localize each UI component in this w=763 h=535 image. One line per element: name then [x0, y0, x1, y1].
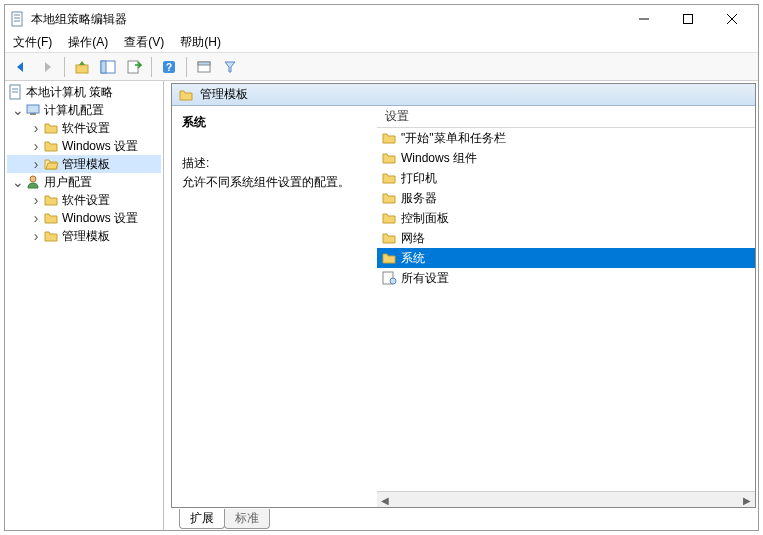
expand-icon[interactable]: ›: [29, 139, 43, 153]
tree-label: 用户配置: [44, 174, 92, 191]
folder-icon: [178, 87, 194, 103]
view-tabs: 扩展 标准: [169, 509, 758, 530]
tree-label: 计算机配置: [44, 102, 104, 119]
filter-button[interactable]: [218, 55, 242, 79]
tree-pane[interactable]: 本地计算机 策略 ⌄ 计算机配置 › 软件设置 › Windows 设置 › 管…: [5, 81, 164, 530]
forward-button[interactable]: [35, 55, 59, 79]
menu-file[interactable]: 文件(F): [11, 34, 54, 51]
list-column-header[interactable]: 设置: [377, 106, 755, 128]
scroll-right-icon[interactable]: ▶: [739, 492, 755, 507]
folder-icon: [43, 192, 59, 208]
export-button[interactable]: [122, 55, 146, 79]
item-label: 控制面板: [401, 210, 449, 227]
folder-icon: [381, 190, 397, 206]
folder-open-icon: [43, 156, 59, 172]
expand-icon[interactable]: ›: [29, 157, 43, 171]
scroll-left-icon[interactable]: ◀: [377, 492, 393, 507]
tree-label: 管理模板: [62, 156, 110, 173]
collapse-icon[interactable]: ⌄: [11, 175, 25, 189]
tree-computer-config[interactable]: ⌄ 计算机配置: [7, 101, 161, 119]
menu-view[interactable]: 查看(V): [122, 34, 166, 51]
svg-text:?: ?: [166, 62, 172, 73]
svg-rect-20: [30, 113, 36, 115]
tree-admin-templates[interactable]: › 管理模板: [7, 155, 161, 173]
up-button[interactable]: [70, 55, 94, 79]
list-item[interactable]: 所有设置: [377, 268, 755, 288]
titlebar: 本地组策略编辑器: [5, 5, 758, 33]
item-label: 打印机: [401, 170, 437, 187]
folder-icon: [381, 150, 397, 166]
item-label: 服务器: [401, 190, 437, 207]
window-controls: [622, 5, 754, 33]
list-item[interactable]: Windows 组件: [377, 148, 755, 168]
help-button[interactable]: ?: [157, 55, 181, 79]
folder-icon: [381, 130, 397, 146]
list-item[interactable]: 打印机: [377, 168, 755, 188]
expand-icon[interactable]: ›: [29, 211, 43, 225]
item-label: Windows 组件: [401, 150, 477, 167]
window-title: 本地组策略编辑器: [31, 11, 622, 28]
tree-label: 软件设置: [62, 192, 110, 209]
settings-icon: [381, 270, 397, 286]
minimize-button[interactable]: [622, 5, 666, 33]
tree-software-settings[interactable]: › 软件设置: [7, 191, 161, 209]
svg-rect-15: [198, 62, 210, 65]
svg-rect-8: [76, 65, 88, 73]
tree-admin-templates[interactable]: › 管理模板: [7, 227, 161, 245]
tree-label: 本地计算机 策略: [26, 84, 113, 101]
folder-icon: [43, 210, 59, 226]
list-body[interactable]: "开始"菜单和任务栏 Windows 组件 打印机: [377, 128, 755, 491]
body-area: 本地计算机 策略 ⌄ 计算机配置 › 软件设置 › Windows 设置 › 管…: [5, 81, 758, 530]
description-pane: 系统 描述: 允许不同系统组件设置的配置。: [172, 106, 377, 507]
tab-standard[interactable]: 标准: [224, 509, 270, 529]
detail-area: 系统 描述: 允许不同系统组件设置的配置。 设置 "开始"菜单和任务栏: [172, 106, 755, 507]
svg-rect-19: [27, 105, 39, 113]
folder-icon: [43, 138, 59, 154]
tree-label: Windows 设置: [62, 138, 138, 155]
svg-rect-10: [101, 61, 106, 73]
list-item[interactable]: 服务器: [377, 188, 755, 208]
expand-icon[interactable]: ›: [29, 229, 43, 243]
show-hide-tree-button[interactable]: [96, 55, 120, 79]
menubar: 文件(F) 操作(A) 查看(V) 帮助(H): [5, 33, 758, 53]
tree-user-config[interactable]: ⌄ 用户配置: [7, 173, 161, 191]
app-window: 本地组策略编辑器 文件(F) 操作(A) 查看(V) 帮助(H) ? 本地计算机…: [4, 4, 759, 531]
item-label: 网络: [401, 230, 425, 247]
tree-software-settings[interactable]: › 软件设置: [7, 119, 161, 137]
toolbar-separator: [151, 57, 152, 77]
list-item[interactable]: 网络: [377, 228, 755, 248]
svg-rect-5: [684, 15, 693, 24]
menu-help[interactable]: 帮助(H): [178, 34, 223, 51]
tree-windows-settings[interactable]: › Windows 设置: [7, 137, 161, 155]
content-main: 管理模板 系统 描述: 允许不同系统组件设置的配置。 设置: [171, 83, 756, 508]
tree-label: Windows 设置: [62, 210, 138, 227]
toolbar: ?: [5, 53, 758, 81]
description-text: 允许不同系统组件设置的配置。: [182, 174, 367, 191]
list-item[interactable]: 系统: [377, 248, 755, 268]
expand-icon[interactable]: ›: [29, 193, 43, 207]
list-pane: 设置 "开始"菜单和任务栏 Windows 组件: [377, 106, 755, 507]
policy-icon: [7, 84, 23, 100]
svg-rect-0: [12, 12, 22, 26]
item-label: 所有设置: [401, 270, 449, 287]
close-button[interactable]: [710, 5, 754, 33]
user-icon: [25, 174, 41, 190]
column-label: 设置: [385, 108, 409, 125]
properties-button[interactable]: [192, 55, 216, 79]
computer-icon: [25, 102, 41, 118]
folder-icon: [381, 170, 397, 186]
list-item[interactable]: "开始"菜单和任务栏: [377, 128, 755, 148]
toolbar-separator: [64, 57, 65, 77]
list-item[interactable]: 控制面板: [377, 208, 755, 228]
tab-extended[interactable]: 扩展: [179, 509, 225, 529]
collapse-icon[interactable]: ⌄: [11, 103, 25, 117]
expand-icon[interactable]: ›: [29, 121, 43, 135]
tree-root[interactable]: 本地计算机 策略: [7, 83, 161, 101]
menu-action[interactable]: 操作(A): [66, 34, 110, 51]
tree-windows-settings[interactable]: › Windows 设置: [7, 209, 161, 227]
maximize-button[interactable]: [666, 5, 710, 33]
description-label: 描述:: [182, 155, 367, 172]
tree-label: 管理模板: [62, 228, 110, 245]
back-button[interactable]: [9, 55, 33, 79]
horizontal-scrollbar[interactable]: ◀ ▶: [377, 491, 755, 507]
